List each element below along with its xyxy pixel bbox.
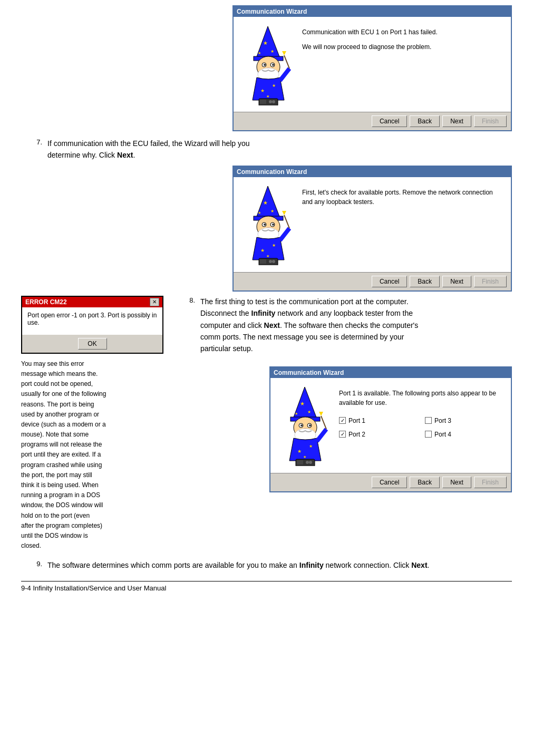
step7-number: 7. xyxy=(32,138,42,146)
dialog2-back-button[interactable]: Back xyxy=(410,276,440,287)
dialog3-footer: Cancel Back Next Finish xyxy=(270,473,511,491)
step9-section: 9. The software determines which comm po… xyxy=(0,555,533,575)
note-line-11: program crashed while using xyxy=(21,460,174,470)
svg-line-59 xyxy=(317,429,326,441)
left-column: ERROR CM22 ✕ Port open error -1 on port … xyxy=(21,296,174,551)
note-line-1: You may see this error xyxy=(21,359,174,369)
dialog1-msg1: Communication with ECU 1 on Port 1 has f… xyxy=(302,27,500,37)
dialog1-next-button[interactable]: Next xyxy=(442,115,471,127)
note-line-10: port until they are exited. If a xyxy=(21,450,174,460)
note-line-7: device (such as a modem or a xyxy=(21,420,174,430)
dialog1-back-button[interactable]: Back xyxy=(410,115,440,127)
svg-point-64 xyxy=(306,461,309,464)
error-ok-button[interactable]: OK xyxy=(78,338,107,350)
note-line-19: closed. xyxy=(21,541,174,551)
dialog1-msg2: We will now proceed to diagnose the prob… xyxy=(302,42,500,52)
error-message: Port open error -1 on port 3. Port is po… xyxy=(27,312,157,326)
port3-checkbox[interactable] xyxy=(425,417,432,424)
note-line-2: message which means the. xyxy=(21,369,174,379)
svg-rect-63 xyxy=(297,460,303,464)
svg-line-16 xyxy=(284,55,289,69)
port2-item: ✓ Port 2 xyxy=(339,430,414,439)
step9-bold1: Infinity xyxy=(299,561,324,569)
page-footer: 9-4 Infinity Installation/Service and Us… xyxy=(21,581,512,592)
dialog1-finish-button[interactable]: Finish xyxy=(474,115,507,127)
port1-label: Port 1 xyxy=(348,416,365,425)
svg-point-65 xyxy=(309,461,312,464)
note-line-14: running a program in a DOS xyxy=(21,490,174,500)
dialog2-text: First, let's check for available ports. … xyxy=(297,182,506,267)
svg-line-15 xyxy=(280,69,289,81)
dialog3-titlebar: Communication Wizard xyxy=(270,367,511,378)
svg-text:★: ★ xyxy=(266,94,269,98)
svg-text:★: ★ xyxy=(263,40,268,46)
note-line-9: programs will not release the xyxy=(21,440,174,450)
wizard-icon-3: ★ ★ ★ ★ ★ xyxy=(280,384,330,466)
dialog1-image: ★ ★ ★ xyxy=(239,22,297,106)
svg-text:★: ★ xyxy=(303,455,306,459)
dialog2: Communication Wizard ★ ★ ★ xyxy=(232,166,512,292)
dialog1-title: Communication Wizard xyxy=(237,8,307,15)
step8-bold1: Infinity xyxy=(251,309,276,317)
dialog2-cancel-button[interactable]: Cancel xyxy=(372,276,407,287)
step8-number: 8. xyxy=(185,296,195,361)
step9-number: 9. xyxy=(32,559,42,571)
step7-suffix: . xyxy=(133,151,135,159)
svg-text:★: ★ xyxy=(260,88,265,93)
dialog3-text: Port 1 is available. The following ports… xyxy=(334,383,506,468)
dialog2-finish-button[interactable]: Finish xyxy=(474,276,507,287)
svg-text:★: ★ xyxy=(263,200,268,206)
dialog3-title: Communication Wizard xyxy=(274,369,344,376)
dialog1-container: Communication Wizard ★ ★ ★ xyxy=(0,5,533,131)
dialog2-container: Communication Wizard ★ ★ ★ xyxy=(0,166,533,292)
svg-text:★: ★ xyxy=(272,243,276,248)
note-line-6: used by another program or xyxy=(21,410,174,420)
svg-rect-41 xyxy=(260,259,266,264)
note-line-12: the port, the port may still xyxy=(21,470,174,480)
footer-text: 9-4 Infinity Installation/Service and Us… xyxy=(21,584,166,592)
svg-point-42 xyxy=(269,260,272,263)
dialog3-next-button[interactable]: Next xyxy=(442,477,471,488)
right-column: 8. The first thing to test is the commun… xyxy=(185,296,512,492)
note-line-8: mouse). Note that some xyxy=(21,430,174,440)
svg-point-52 xyxy=(301,424,303,427)
dialog1: Communication Wizard ★ ★ ★ xyxy=(232,5,512,131)
note-line-4: usually for one of the following xyxy=(21,389,174,399)
step9-text: The software determines which comm ports… xyxy=(47,559,512,571)
error-close-button[interactable]: ✕ xyxy=(150,298,159,306)
dialog2-title: Communication Wizard xyxy=(237,168,307,176)
step9-bold2: Next xyxy=(411,561,427,569)
dialog2-body: ★ ★ ★ ★ ★ ★ xyxy=(234,177,511,272)
dialog1-body: ★ ★ ★ xyxy=(234,17,511,112)
svg-point-30 xyxy=(264,224,266,226)
note-line-16: hold on to the port (even xyxy=(21,511,174,521)
svg-text:★: ★ xyxy=(270,49,274,54)
dialog3-back-button[interactable]: Back xyxy=(410,477,440,488)
dialog1-cancel-button[interactable]: Cancel xyxy=(372,115,407,127)
note-line-17: after the program completes) xyxy=(21,521,174,531)
port2-label: Port 2 xyxy=(348,430,365,439)
svg-text:★: ★ xyxy=(295,412,298,415)
dialog3: Communication Wizard ★ ★ ★ xyxy=(269,366,512,492)
port3-item: Port 3 xyxy=(425,416,500,425)
dialog1-text: Communication with ECU 1 on Port 1 has f… xyxy=(297,22,506,106)
port4-label: Port 4 xyxy=(434,430,451,439)
port4-checkbox[interactable] xyxy=(425,431,432,438)
dialog3-cancel-button[interactable]: Cancel xyxy=(372,477,407,488)
port2-checkbox[interactable]: ✓ xyxy=(339,431,346,438)
svg-line-37 xyxy=(280,228,289,240)
step8-bold2: Next xyxy=(264,321,280,329)
svg-text:★: ★ xyxy=(258,211,261,215)
error-body: Port open error -1 on port 3. Port is po… xyxy=(22,307,162,335)
svg-text:★: ★ xyxy=(272,83,276,88)
step7-section: 7. If communication with the ECU failed,… xyxy=(0,131,533,166)
port3-label: Port 3 xyxy=(434,416,451,425)
svg-point-20 xyxy=(269,100,272,103)
svg-text:★: ★ xyxy=(266,254,269,258)
port4-item: Port 4 xyxy=(425,430,500,439)
svg-rect-19 xyxy=(260,100,266,104)
dialog3-finish-button[interactable]: Finish xyxy=(474,477,507,488)
dialog2-next-button[interactable]: Next xyxy=(442,276,471,287)
port1-checkbox[interactable]: ✓ xyxy=(339,417,346,424)
svg-point-53 xyxy=(309,424,311,427)
